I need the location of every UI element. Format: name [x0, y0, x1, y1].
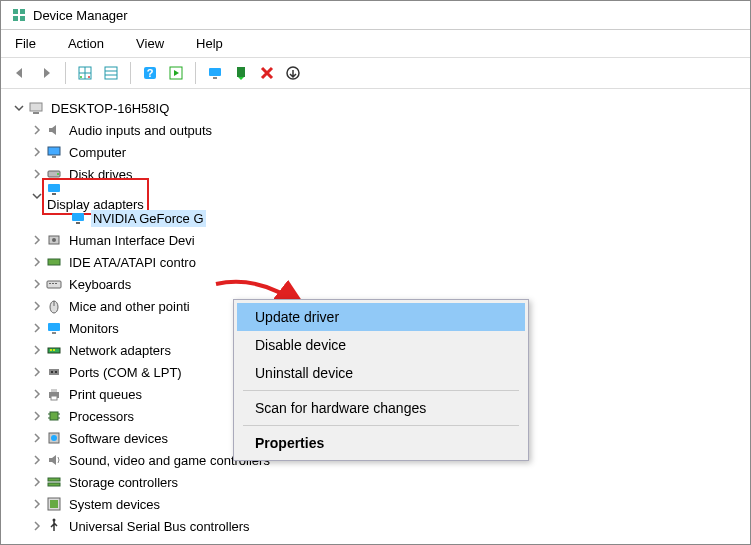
tree-item[interactable]: NVIDIA GeForce G — [5, 207, 746, 229]
menubar: File Action View Help — [1, 30, 750, 57]
tree-item[interactable]: Audio inputs and outputs — [5, 119, 746, 141]
svg-rect-28 — [76, 222, 80, 224]
usb-icon — [45, 518, 63, 534]
forward-arrow-icon[interactable] — [35, 62, 57, 84]
chevron-right-icon[interactable] — [29, 364, 45, 380]
menu-help[interactable]: Help — [190, 34, 229, 53]
svg-rect-16 — [213, 77, 217, 79]
svg-rect-39 — [52, 332, 56, 334]
tree-item[interactable]: System devices — [5, 493, 746, 515]
menu-view[interactable]: View — [130, 34, 170, 53]
svg-rect-59 — [50, 500, 58, 508]
window-title: Device Manager — [33, 8, 128, 23]
chevron-right-icon[interactable] — [29, 320, 45, 336]
svg-point-7 — [80, 76, 82, 78]
go-icon[interactable] — [165, 62, 187, 84]
tree-item[interactable]: DESKTOP-16H58IQ — [5, 97, 746, 119]
software-icon — [45, 430, 63, 446]
chevron-right-icon[interactable] — [29, 232, 45, 248]
tree-item-label: Print queues — [67, 386, 144, 403]
svg-point-24 — [57, 173, 59, 175]
ctx-uninstall-device[interactable]: Uninstall device — [237, 359, 525, 387]
table-icon[interactable] — [100, 62, 122, 84]
svg-rect-27 — [72, 213, 84, 221]
tree-item[interactable]: Universal Serial Bus controllers — [5, 515, 746, 537]
chevron-right-icon[interactable] — [29, 474, 45, 490]
svg-rect-21 — [48, 147, 60, 155]
svg-rect-3 — [20, 16, 25, 21]
help-icon[interactable]: ? — [139, 62, 161, 84]
tree-item-label: Ports (COM & LPT) — [67, 364, 184, 381]
storage-icon — [45, 474, 63, 490]
chevron-right-icon[interactable] — [29, 254, 45, 270]
svg-rect-1 — [20, 9, 25, 14]
svg-rect-47 — [51, 389, 57, 392]
ports-icon — [45, 364, 63, 380]
chevron-right-icon[interactable] — [29, 122, 45, 138]
install-icon[interactable] — [230, 62, 252, 84]
toolbar-divider — [130, 62, 131, 84]
system-icon — [45, 496, 63, 512]
toolbar-divider — [195, 62, 196, 84]
close-x-icon[interactable] — [256, 62, 278, 84]
chevron-right-icon[interactable] — [29, 496, 45, 512]
ctx-disable-device[interactable]: Disable device — [237, 331, 525, 359]
hid-icon — [45, 232, 63, 248]
monitor-icon — [45, 320, 63, 336]
svg-rect-35 — [55, 283, 57, 284]
chevron-right-icon[interactable] — [29, 408, 45, 424]
svg-rect-0 — [13, 9, 18, 14]
chevron-right-icon[interactable] — [29, 342, 45, 358]
tree-item-label: Software devices — [67, 430, 170, 447]
keyboard-icon — [45, 276, 63, 292]
svg-point-30 — [52, 238, 56, 242]
ctx-scan-hardware[interactable]: Scan for hardware changes — [237, 394, 525, 422]
svg-rect-45 — [55, 371, 57, 373]
sound-icon — [45, 452, 63, 468]
svg-rect-9 — [105, 67, 117, 79]
svg-point-41 — [50, 349, 52, 351]
svg-rect-31 — [48, 259, 60, 265]
tree-item[interactable]: Computer — [5, 141, 746, 163]
svg-rect-44 — [51, 371, 53, 373]
menu-action[interactable]: Action — [62, 34, 110, 53]
ctx-properties[interactable]: Properties — [237, 429, 525, 457]
tree-item-label: Audio inputs and outputs — [67, 122, 214, 139]
tree-item[interactable]: Storage controllers — [5, 471, 746, 493]
tree-item-label: Mice and other pointi — [67, 298, 192, 315]
svg-rect-20 — [33, 112, 39, 114]
monitor-icon[interactable] — [204, 62, 226, 84]
device-manager-window: Device Manager File Action View Help ? D… — [0, 0, 751, 545]
refresh-icon[interactable] — [282, 62, 304, 84]
chevron-right-icon[interactable] — [29, 518, 45, 534]
svg-rect-33 — [49, 283, 51, 284]
cpu-icon — [45, 408, 63, 424]
ide-icon — [45, 254, 63, 270]
svg-rect-32 — [47, 281, 61, 288]
chevron-right-icon[interactable] — [29, 298, 45, 314]
tree-item[interactable]: Display adapters — [5, 185, 746, 207]
svg-rect-22 — [52, 156, 56, 158]
svg-point-55 — [51, 435, 57, 441]
chevron-right-icon[interactable] — [29, 430, 45, 446]
chevron-right-icon[interactable] — [29, 276, 45, 292]
properties-grid-icon[interactable] — [74, 62, 96, 84]
back-arrow-icon[interactable] — [9, 62, 31, 84]
toolbar-divider — [65, 62, 66, 84]
menu-file[interactable]: File — [9, 34, 42, 53]
chevron-down-icon[interactable] — [11, 100, 27, 116]
svg-point-42 — [53, 349, 55, 351]
chevron-right-icon[interactable] — [29, 386, 45, 402]
tree-item[interactable]: IDE ATA/ATAPI contro — [5, 251, 746, 273]
chevron-right-icon[interactable] — [29, 452, 45, 468]
tree-item[interactable]: Keyboards — [5, 273, 746, 295]
toolbar: ? — [1, 57, 750, 89]
svg-rect-25 — [48, 184, 60, 192]
chevron-right-icon[interactable] — [29, 144, 45, 160]
tree-item-label: Keyboards — [67, 276, 133, 293]
tree-item[interactable]: Human Interface Devi — [5, 229, 746, 251]
computer-root-icon — [27, 100, 45, 116]
printer-icon — [45, 386, 63, 402]
ctx-update-driver[interactable]: Update driver — [237, 303, 525, 331]
svg-rect-15 — [209, 68, 221, 76]
